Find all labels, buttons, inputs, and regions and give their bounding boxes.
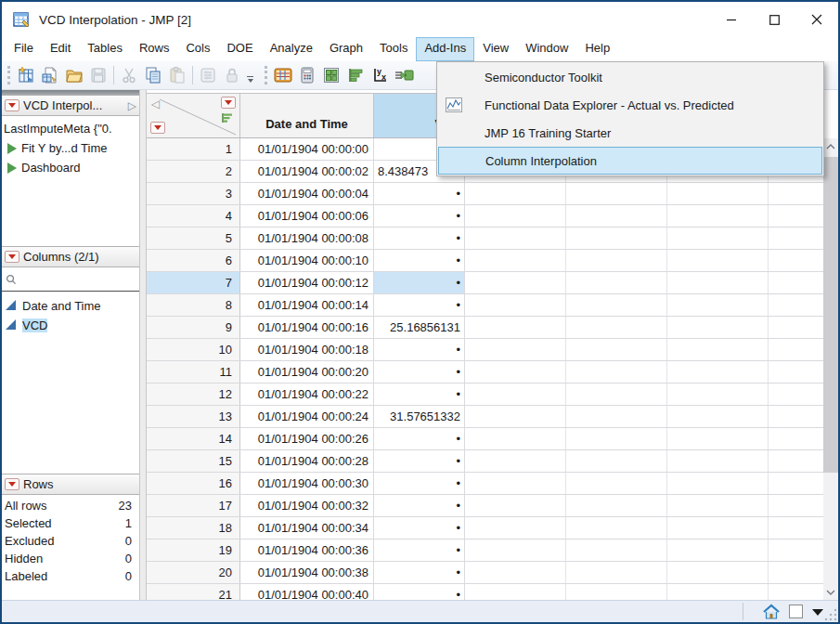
scroll-down-icon[interactable]	[823, 584, 838, 600]
new-journal-icon[interactable]	[38, 63, 62, 87]
red-triangle-menu-icon[interactable]	[5, 478, 19, 490]
table-panel-item-fit-y-by-d-time[interactable]: Fit Y by...d Time	[2, 138, 139, 158]
menu-view[interactable]: View	[474, 37, 517, 61]
menu-tools[interactable]: Tools	[371, 37, 416, 61]
date-cell[interactable]: 01/01/1904 00:00:16	[240, 317, 374, 338]
table-row[interactable]: 601/01/1904 00:00:10•	[147, 250, 823, 272]
vcd-cell[interactable]: •	[374, 450, 465, 472]
row-number-cell[interactable]: 21	[147, 584, 240, 600]
table-row[interactable]: 801/01/1904 00:00:14•	[147, 294, 823, 317]
formula-calculator-icon[interactable]	[295, 63, 319, 87]
rows-red-triangle-icon[interactable]	[150, 122, 165, 134]
menu-help[interactable]: Help	[576, 37, 618, 61]
toolbar-grip[interactable]	[265, 66, 267, 84]
table-row[interactable]: 1301/01/1904 00:00:2431.57651332	[147, 406, 823, 428]
table-row[interactable]: 1601/01/1904 00:00:30•	[147, 473, 823, 495]
vcd-cell[interactable]: •	[374, 473, 465, 494]
date-cell[interactable]: 01/01/1904 00:00:32	[240, 495, 374, 516]
menu-add-ins[interactable]: Add-Ins	[416, 37, 474, 61]
vcd-cell[interactable]: •	[374, 495, 465, 516]
row-number-cell[interactable]: 9	[147, 317, 240, 338]
vcd-cell[interactable]: •	[374, 294, 465, 316]
vcd-cell[interactable]: 31.57651332	[374, 406, 465, 427]
date-cell[interactable]: 01/01/1904 00:00:26	[240, 428, 374, 449]
panel-expand-icon[interactable]: ▷	[128, 99, 136, 112]
scrollbar-thumb[interactable]	[823, 157, 838, 473]
date-cell[interactable]: 01/01/1904 00:00:36	[240, 540, 374, 561]
menu-file[interactable]: File	[6, 37, 42, 61]
table-row[interactable]: 1801/01/1904 00:00:34•	[147, 517, 823, 540]
menu-cols[interactable]: Cols	[177, 37, 218, 61]
vcd-cell[interactable]: •	[374, 540, 465, 561]
date-cell[interactable]: 01/01/1904 00:00:28	[240, 450, 374, 472]
run-script-icon[interactable]	[7, 162, 17, 174]
data-filter-icon[interactable]	[196, 63, 220, 87]
grid-corner-cell[interactable]: ◁	[147, 94, 240, 137]
table-row[interactable]: 2101/01/1904 00:00:40•	[147, 584, 823, 600]
column-item-date-and-time[interactable]: Date and Time	[2, 296, 139, 316]
row-number-cell[interactable]: 18	[147, 517, 240, 539]
vcd-cell[interactable]: •	[374, 361, 465, 383]
lock-icon[interactable]	[220, 63, 244, 87]
home-icon[interactable]	[762, 604, 781, 620]
vertical-scrollbar[interactable]	[823, 138, 838, 600]
sidebar-splitter[interactable]	[139, 90, 147, 600]
date-cell[interactable]: 01/01/1904 00:00:02	[240, 161, 374, 182]
collapse-rows-icon[interactable]: ◁	[151, 98, 160, 110]
row-number-cell[interactable]: 19	[147, 540, 240, 561]
vcd-cell[interactable]: •	[374, 228, 465, 249]
vcd-cell[interactable]: •	[374, 183, 465, 204]
addins-item-jmp-16-training-starter[interactable]: JMP 16 Training Starter	[438, 119, 822, 147]
date-cell[interactable]: 01/01/1904 00:00:30	[240, 473, 374, 494]
row-number-cell[interactable]: 20	[147, 562, 240, 583]
table-row[interactable]: 401/01/1904 00:00:06•	[147, 205, 823, 228]
red-triangle-menu-icon[interactable]	[5, 251, 19, 263]
status-dropdown-icon[interactable]	[812, 609, 823, 616]
row-number-cell[interactable]: 13	[147, 406, 240, 427]
row-number-cell[interactable]: 10	[147, 339, 240, 360]
copy-icon[interactable]	[141, 63, 165, 87]
menu-rows[interactable]: Rows	[131, 37, 178, 61]
table-row[interactable]: 1201/01/1904 00:00:22•	[147, 384, 823, 406]
menu-edit[interactable]: Edit	[42, 37, 79, 61]
addins-item-functional-data-explorer-actual-vs-predicted[interactable]: Functional Data Explorer - Actual vs. Pr…	[438, 91, 822, 119]
row-number-cell[interactable]: 17	[147, 495, 240, 516]
table-row[interactable]: 701/01/1904 00:00:12•	[147, 272, 823, 294]
table-row[interactable]: 1101/01/1904 00:00:20•	[147, 361, 823, 384]
row-number-cell[interactable]: 8	[147, 294, 240, 316]
toolbar-grip[interactable]	[7, 66, 10, 84]
addins-item-semiconductor-toolkit[interactable]: Semiconductor Toolkit	[438, 63, 822, 91]
row-number-cell[interactable]: 2	[147, 161, 240, 182]
row-number-cell[interactable]: 12	[147, 384, 240, 405]
column-header-date-and-time[interactable]: Date and Time	[240, 94, 374, 137]
save-icon[interactable]	[86, 63, 110, 87]
date-cell[interactable]: 01/01/1904 00:00:04	[240, 183, 374, 204]
row-number-cell[interactable]: 6	[147, 250, 240, 271]
vcd-cell[interactable]: •	[374, 339, 465, 360]
table-row[interactable]: 1401/01/1904 00:00:26•	[147, 428, 823, 450]
cut-icon[interactable]	[117, 63, 141, 87]
table-row[interactable]: 1501/01/1904 00:00:28•	[147, 450, 823, 473]
date-cell[interactable]: 01/01/1904 00:00:38	[240, 562, 374, 583]
join-tables-icon[interactable]	[392, 63, 416, 87]
date-cell[interactable]: 01/01/1904 00:00:10	[240, 250, 374, 271]
row-number-cell[interactable]: 7	[147, 272, 240, 293]
date-cell[interactable]: 01/01/1904 00:00:08	[240, 228, 374, 249]
row-number-cell[interactable]: 4	[147, 205, 240, 227]
addins-item-column-interpolation[interactable]: Column Interpolation	[438, 147, 822, 175]
vcd-cell[interactable]: •	[374, 562, 465, 583]
table-panel-item-dashboard[interactable]: Dashboard	[2, 158, 139, 177]
date-cell[interactable]: 01/01/1904 00:00:00	[240, 138, 374, 160]
table-panel-item-lastimputemeta-0[interactable]: LastImputeMeta {"0.	[2, 119, 139, 138]
menu-graph[interactable]: Graph	[321, 37, 371, 61]
close-button[interactable]	[795, 2, 838, 37]
vcd-cell[interactable]: •	[374, 384, 465, 405]
vcd-cell[interactable]: •	[374, 250, 465, 271]
date-cell[interactable]: 01/01/1904 00:00:34	[240, 517, 374, 539]
vcd-cell[interactable]: •	[374, 517, 465, 539]
data-table-icon[interactable]	[271, 63, 295, 87]
red-triangle-menu-icon[interactable]	[5, 99, 19, 111]
tile-windows-icon[interactable]	[319, 63, 343, 87]
table-row[interactable]: 901/01/1904 00:00:1625.16856131	[147, 317, 823, 339]
date-cell[interactable]: 01/01/1904 00:00:06	[240, 205, 374, 227]
